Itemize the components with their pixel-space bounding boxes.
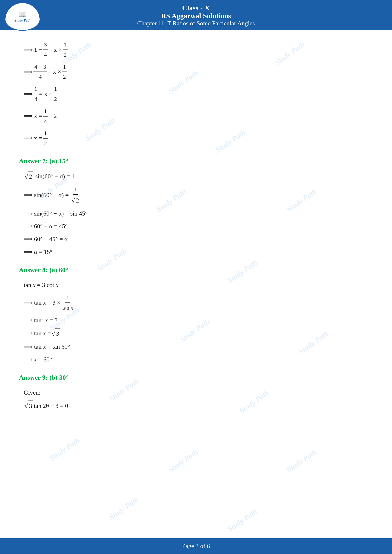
a7-step4: ⟹ 60° − α = 45° xyxy=(24,221,373,232)
a9-given: Given: xyxy=(24,388,373,398)
frac-1-tanx: 1 tan x xyxy=(61,293,74,313)
header-subject: RS Aggarwal Solutions xyxy=(2,12,390,20)
frac-1-2-a: 1 2 xyxy=(63,40,68,60)
frac-1-2-c: 1 2 xyxy=(53,84,58,104)
watermark-17: Study Path xyxy=(166,448,200,474)
answer9-steps: Given: √3 tan 2θ − 3 = 0 xyxy=(19,388,373,412)
answer8-steps: tan x = 3 cot x ⟹ tan x = 3 × 1 tan x ⟹ … xyxy=(19,280,373,365)
a8-step1: tan x = 3 cot x xyxy=(24,280,373,290)
frac-1-4: 1 4 xyxy=(33,84,38,104)
sqrt-3: √3 xyxy=(51,328,60,339)
frac-1-sqrt2: 1 √2 xyxy=(70,185,82,206)
sqrt-3-b: √3 xyxy=(24,400,33,412)
a7-step2: ⟹ sin(60° − α) = 1 √2 xyxy=(24,185,373,206)
a8-step4: ⟹ tan x = √3 xyxy=(24,328,373,339)
answer7-label: Answer 7: (a) 15° xyxy=(19,155,373,167)
main-content: ⟹ 1 − 3 4 = x × 1 2 ⟹ 4 − 3 4 = x × xyxy=(0,30,392,428)
logo-text: Study Path xyxy=(14,19,31,22)
page-number: Page 3 of 6 xyxy=(182,543,210,549)
sqrt-2: √2 xyxy=(24,171,33,182)
watermark-20: Study Path xyxy=(226,507,259,534)
frac-1-2-final: 1 2 xyxy=(43,128,48,148)
watermark-19: Study Path xyxy=(107,495,140,522)
page-header: 📖 Study Path Class - X RS Aggarwal Solut… xyxy=(0,0,392,30)
implies-1: ⟹ 1 − xyxy=(24,45,42,55)
step-2: ⟹ 4 − 3 4 = x × 1 2 xyxy=(24,62,373,82)
content-wrapper: Study Path Study Path Study Path Study P… xyxy=(0,30,392,551)
logo-icon: 📖 xyxy=(19,11,27,19)
a7-step6: ⟹ α = 15° xyxy=(24,247,373,257)
frac-1-2-b: 1 2 xyxy=(62,62,67,82)
logo: 📖 Study Path xyxy=(5,2,43,33)
a9-eq: √3 tan 2θ − 3 = 0 xyxy=(24,400,373,412)
header-class: Class - X xyxy=(2,4,390,12)
frac-1-4-b: 1 4 xyxy=(43,106,48,126)
step-3: ⟹ 1 4 = x × 1 2 xyxy=(24,84,373,104)
a8-step6: ⟹ x = 60° xyxy=(24,354,373,365)
a7-step5: ⟹ 60° − 45° = α xyxy=(24,234,373,244)
step-5: ⟹ x = 1 2 xyxy=(24,128,373,148)
frac-4minus3-4: 4 − 3 4 xyxy=(33,62,47,82)
step-1: ⟹ 1 − 3 4 = x × 1 2 xyxy=(24,40,373,60)
step-4: ⟹ x = 1 4 × 2 xyxy=(24,106,373,126)
a8-step5: ⟹ tan x = tan 60° xyxy=(24,341,373,352)
answer7-steps: √2 sin(60° − α) = 1 ⟹ sin(60° − α) = 1 √… xyxy=(19,171,373,257)
a7-step3: ⟹ sin(60° − α) = sin 45° xyxy=(24,208,373,219)
answer9-label: Answer 9: (b) 30° xyxy=(19,372,373,383)
answer8-label: Answer 8: (a) 60° xyxy=(19,264,373,276)
a8-step2: ⟹ tan x = 3 × 1 tan x xyxy=(24,293,373,313)
page-footer: Page 3 of 6 xyxy=(0,538,392,554)
a7-step1: √2 sin(60° − α) = 1 xyxy=(24,171,373,182)
logo-circle: 📖 Study Path xyxy=(5,2,40,31)
intro-steps: ⟹ 1 − 3 4 = x × 1 2 ⟹ 4 − 3 4 = x × xyxy=(19,40,373,148)
header-chapter: Chapter 11: T-Ratios of Some Particular … xyxy=(2,20,390,27)
a8-step3: ⟹ tan2 x = 3 xyxy=(24,315,373,326)
watermark-16: Study Path xyxy=(48,436,81,463)
watermark-18: Study Path xyxy=(285,448,318,474)
frac-3-4: 3 4 xyxy=(43,40,48,60)
